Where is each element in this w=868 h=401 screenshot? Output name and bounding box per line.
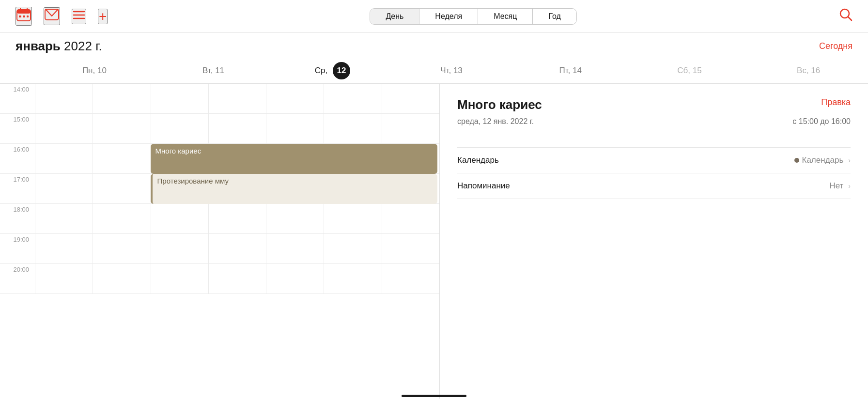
calendar-dot bbox=[794, 158, 799, 163]
month-header: январь 2022 г. Сегодня bbox=[0, 33, 868, 58]
time-label-20: 20:00 bbox=[0, 264, 35, 293]
main-area: 14:00 15:00 bbox=[0, 84, 868, 399]
view-switcher-container: День Неделя Месяц Год bbox=[108, 8, 839, 25]
time-label-15: 15:00 bbox=[0, 114, 35, 143]
time-cell bbox=[151, 264, 208, 293]
day-label-tue: Вт, 11 bbox=[202, 66, 224, 76]
day-label-mon: Пн, 10 bbox=[82, 66, 107, 76]
reminder-detail-row: Напоминание Нет › bbox=[457, 173, 851, 199]
time-cell bbox=[208, 264, 266, 293]
time-cell bbox=[208, 84, 266, 113]
time-row-18: 18:00 bbox=[0, 204, 439, 234]
time-cell bbox=[151, 84, 208, 113]
time-cell bbox=[151, 114, 208, 143]
event-detail-title: Много кариес bbox=[457, 97, 542, 112]
day-header-tue: Вт, 11 bbox=[154, 66, 273, 76]
svg-rect-1 bbox=[17, 10, 31, 14]
event-detail-panel: Много кариес Правка среда, 12 янв. 2022 … bbox=[440, 84, 868, 399]
time-cell bbox=[266, 204, 324, 233]
reminder-value: Нет bbox=[829, 181, 843, 191]
view-switcher: День Неделя Месяц Год bbox=[370, 8, 576, 25]
day-label-fri: Пт, 14 bbox=[559, 66, 581, 76]
view-week-button[interactable]: Неделя bbox=[419, 9, 478, 24]
time-cell bbox=[93, 234, 150, 263]
day-header-mon: Пн, 10 bbox=[35, 66, 154, 76]
time-cell bbox=[35, 144, 93, 173]
edit-button[interactable]: Правка bbox=[821, 97, 851, 108]
event-protezirovanie[interactable]: Протезирование мму bbox=[151, 174, 437, 204]
time-cell bbox=[208, 114, 266, 143]
calendar-value-container[interactable]: Календарь › bbox=[794, 155, 851, 165]
time-cells-15 bbox=[35, 114, 439, 143]
toolbar-left: + bbox=[16, 7, 108, 26]
svg-line-12 bbox=[848, 17, 852, 20]
time-cell bbox=[382, 204, 439, 233]
search-button[interactable] bbox=[839, 8, 852, 25]
time-cell bbox=[35, 174, 93, 203]
time-label-14: 14:00 bbox=[0, 84, 35, 113]
today-button[interactable]: Сегодня bbox=[819, 41, 852, 51]
time-label-17: 17:00 bbox=[0, 174, 35, 203]
time-cell bbox=[151, 204, 208, 233]
time-cells-18 bbox=[35, 204, 439, 233]
day-label-thu: Чт, 13 bbox=[440, 66, 463, 76]
time-cell bbox=[382, 234, 439, 263]
event-detail-header: Много кариес Правка bbox=[457, 97, 851, 112]
time-cell bbox=[208, 234, 266, 263]
event-datetime-row: среда, 12 янв. 2022 г. с 15:00 до 16:00 bbox=[457, 117, 851, 136]
calendar-chevron-icon: › bbox=[848, 156, 851, 164]
time-cells-14 bbox=[35, 84, 439, 113]
event-mnogoaries[interactable]: Много кариес bbox=[151, 144, 437, 174]
event-mnogoaries-title: Много кариес bbox=[155, 147, 202, 155]
time-cell bbox=[324, 234, 381, 263]
inbox-icon-button[interactable] bbox=[44, 7, 60, 25]
time-cell bbox=[93, 204, 150, 233]
time-row-19: 19:00 bbox=[0, 234, 439, 264]
view-year-button[interactable]: Год bbox=[533, 9, 576, 24]
time-cell bbox=[266, 114, 324, 143]
day-header-thu: Чт, 13 bbox=[392, 66, 511, 76]
time-cell bbox=[151, 234, 208, 263]
time-row-15: 15:00 bbox=[0, 114, 439, 144]
toolbar-right bbox=[839, 8, 852, 25]
time-cell bbox=[35, 264, 93, 293]
time-cell bbox=[35, 114, 93, 143]
time-cell bbox=[93, 264, 150, 293]
day-header-sun: Вс, 16 bbox=[749, 66, 868, 76]
time-label-16: 16:00 bbox=[0, 144, 35, 173]
time-row-14: 14:00 bbox=[0, 84, 439, 114]
event-detail-date: среда, 12 янв. 2022 г. bbox=[457, 117, 534, 134]
svg-rect-6 bbox=[27, 15, 29, 17]
day-label-sat: Сб, 15 bbox=[677, 66, 701, 76]
time-cell bbox=[266, 84, 324, 113]
time-cell bbox=[35, 84, 93, 113]
time-cell bbox=[208, 204, 266, 233]
time-cell bbox=[382, 84, 439, 113]
day-headers: Пн, 10 Вт, 11 Ср, 12 Чт, 13 Пт, 14 Сб, 1… bbox=[0, 58, 868, 84]
time-cell bbox=[35, 234, 93, 263]
month-title: январь 2022 г. bbox=[16, 39, 102, 54]
calendar-grid: 14:00 15:00 bbox=[0, 84, 440, 399]
time-cell bbox=[382, 264, 439, 293]
time-row-20: 20:00 bbox=[0, 264, 439, 294]
time-cell bbox=[324, 114, 381, 143]
time-cell bbox=[382, 114, 439, 143]
reminder-chevron-icon: › bbox=[848, 182, 851, 190]
time-cell bbox=[266, 264, 324, 293]
time-grid: 14:00 15:00 bbox=[0, 84, 439, 294]
month-name: январь bbox=[16, 39, 61, 53]
day-header-sat: Сб, 15 bbox=[630, 66, 749, 76]
reminder-value-container[interactable]: Нет › bbox=[829, 181, 851, 191]
time-cells-20 bbox=[35, 264, 439, 293]
day-header-fri: Пт, 14 bbox=[511, 66, 630, 76]
time-cell bbox=[93, 84, 150, 113]
calendar-icon-button[interactable] bbox=[16, 7, 32, 26]
list-icon-button[interactable] bbox=[72, 9, 86, 24]
view-day-button[interactable]: День bbox=[370, 9, 419, 24]
home-indicator bbox=[402, 395, 466, 397]
day-header-wed: Ср, 12 bbox=[273, 62, 392, 79]
time-cell bbox=[266, 234, 324, 263]
view-month-button[interactable]: Месяц bbox=[478, 9, 533, 24]
time-label-18: 18:00 bbox=[0, 204, 35, 233]
add-button[interactable]: + bbox=[98, 9, 108, 24]
